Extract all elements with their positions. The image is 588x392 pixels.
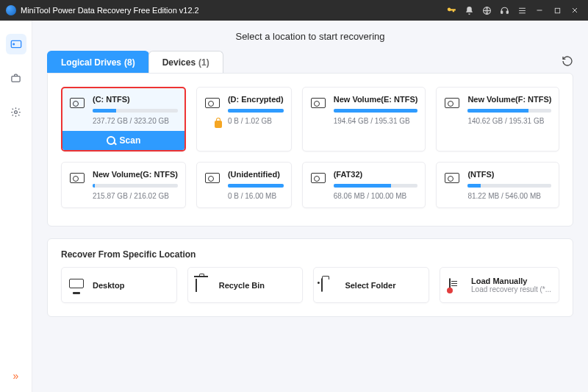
tab-devices[interactable]: Devices (1) (148, 51, 223, 73)
sidebar-settings-icon[interactable] (6, 101, 26, 122)
app-title: MiniTool Power Data Recovery Free Editio… (21, 6, 199, 15)
drive-name: New Volume(F: NTFS) (467, 95, 551, 104)
usage-bar (228, 109, 284, 113)
menu-icon[interactable] (514, 3, 529, 18)
tab-label: Devices (162, 57, 196, 68)
headset-icon[interactable] (497, 3, 512, 18)
key-icon[interactable] (444, 3, 459, 18)
tab-logical-drives[interactable]: Logical Drives (8) (47, 51, 149, 73)
app-logo-icon (6, 5, 16, 15)
tab-count: (1) (198, 57, 209, 68)
drive-icon (310, 170, 326, 200)
usage-bar (228, 184, 284, 188)
drive-size: 194.64 GB / 195.31 GB (334, 117, 418, 125)
sidebar: » (0, 21, 32, 392)
scan-label: Scan (120, 135, 141, 146)
location-label: Desktop (93, 281, 124, 290)
drive-card[interactable]: (NTFS) 81.22 MB / 546.00 MB (436, 162, 559, 208)
location-label: Select Folder (345, 281, 395, 290)
globe-icon[interactable] (479, 3, 494, 18)
drive-size: 0 B / 1.02 GB (228, 117, 284, 125)
maximize-icon[interactable] (550, 3, 564, 18)
drive-card[interactable]: New Volume(F: NTFS) 140.62 GB / 195.31 G… (436, 87, 559, 152)
svg-rect-1 (501, 11, 502, 13)
location-card[interactable]: Recycle Bin (187, 267, 304, 303)
drive-name: (FAT32) (334, 170, 418, 179)
drive-size: 68.06 MB / 100.00 MB (334, 192, 418, 200)
drive-name: (C: NTFS) (93, 95, 178, 104)
doc-icon (448, 279, 464, 292)
close-icon[interactable] (567, 3, 582, 18)
svg-rect-6 (12, 76, 20, 82)
recover-section-title: Recover From Specific Location (61, 249, 559, 260)
location-label: Recycle Bin (219, 281, 265, 290)
usage-bar (467, 184, 551, 188)
location-label: Load Manually (471, 277, 551, 285)
svg-point-7 (15, 110, 18, 113)
tab-label: Logical Drives (61, 57, 121, 68)
drive-name: (NTFS) (467, 170, 551, 179)
tab-count: (8) (124, 57, 135, 68)
drive-name: (Unidentified) (228, 170, 284, 179)
location-sublabel: Load recovery result (*... (471, 285, 551, 293)
recover-location-panel: Recover From Specific Location Desktop R… (47, 238, 573, 317)
minimize-icon[interactable] (532, 3, 547, 18)
location-card[interactable]: Load Manually Load recovery result (*... (440, 267, 559, 303)
usage-bar (93, 109, 178, 113)
tabs: Logical Drives (8) Devices (1) (47, 51, 223, 73)
drive-icon (69, 170, 85, 200)
drive-name: (D: Encrypted) (228, 95, 284, 104)
location-card[interactable]: Desktop (61, 267, 177, 303)
drive-size: 140.62 GB / 195.31 GB (467, 117, 551, 125)
drive-icon (444, 170, 460, 200)
lock-icon (215, 121, 222, 128)
refresh-icon[interactable] (562, 55, 573, 69)
page-title: Select a location to start recovering (47, 31, 573, 42)
sidebar-briefcase-icon[interactable] (6, 68, 26, 88)
drive-card[interactable]: New Volume(E: NTFS) 194.64 GB / 195.31 G… (302, 87, 426, 152)
drive-size: 81.22 MB / 546.00 MB (467, 192, 551, 200)
drives-panel: (C: NTFS) 237.72 GB / 323.20 GB Scan (D:… (47, 73, 573, 227)
drive-icon (310, 95, 326, 125)
bell-icon[interactable] (462, 3, 476, 18)
drive-icon (69, 95, 85, 125)
svg-rect-3 (555, 8, 559, 13)
drive-card[interactable]: (D: Encrypted) 0 B / 1.02 GB (196, 87, 292, 152)
drive-name: New Volume(G: NTFS) (93, 170, 178, 179)
drive-card[interactable]: New Volume(G: NTFS) 215.87 GB / 216.02 G… (61, 162, 186, 208)
titlebar: MiniTool Power Data Recovery Free Editio… (0, 0, 588, 21)
trash-icon (196, 279, 212, 292)
sidebar-expand-icon[interactable]: » (13, 370, 19, 382)
usage-bar (334, 109, 418, 113)
drive-size: 237.72 GB / 323.20 GB (93, 117, 178, 125)
drive-size: 0 B / 16.00 MB (228, 192, 284, 200)
drive-icon (204, 95, 220, 125)
location-card[interactable]: Select Folder (313, 267, 429, 303)
monitor-icon (69, 279, 85, 292)
scan-button[interactable]: Scan (62, 131, 184, 150)
drive-card[interactable]: (C: NTFS) 237.72 GB / 323.20 GB Scan (61, 87, 186, 152)
drive-name: New Volume(E: NTFS) (334, 95, 418, 104)
svg-point-5 (12, 43, 14, 45)
usage-bar (467, 109, 551, 113)
svg-rect-2 (506, 11, 508, 13)
usage-bar (334, 184, 418, 188)
drive-card[interactable]: (FAT32) 68.06 MB / 100.00 MB (302, 162, 426, 208)
drive-card[interactable]: (Unidentified) 0 B / 16.00 MB (196, 162, 292, 208)
drive-icon (204, 170, 220, 200)
search-icon (107, 136, 115, 145)
sidebar-recover-icon[interactable] (6, 34, 26, 54)
drive-icon (444, 95, 460, 125)
usage-bar (93, 184, 178, 188)
drive-size: 215.87 GB / 216.02 GB (93, 192, 178, 200)
folder-icon (321, 279, 337, 292)
